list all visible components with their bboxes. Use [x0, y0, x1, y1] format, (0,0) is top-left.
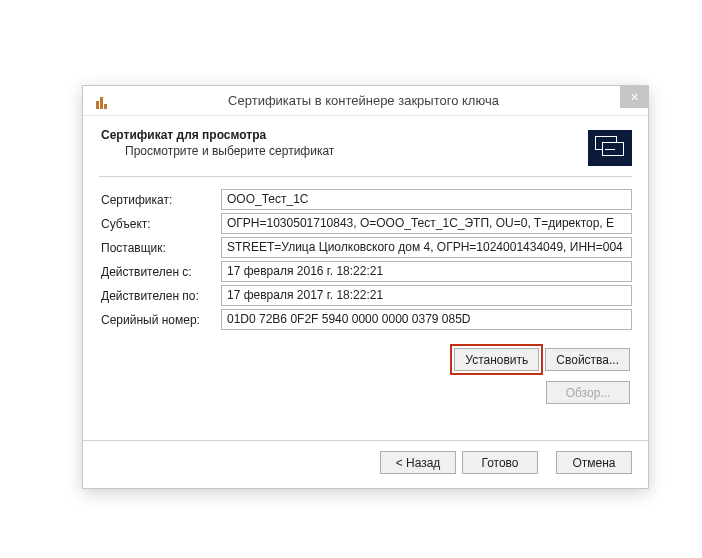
- browse-row: Обзор...: [101, 381, 632, 404]
- row-certificate: Сертификат: ООО_Тест_1С: [101, 189, 632, 210]
- properties-button[interactable]: Свойства...: [545, 348, 630, 371]
- field-subject[interactable]: ОГРН=1030501710843, O=ООО_Тест_1С_ЭТП, O…: [221, 213, 632, 234]
- field-certificate[interactable]: ООО_Тест_1С: [221, 189, 632, 210]
- close-button[interactable]: ✕: [620, 86, 648, 108]
- header-subtitle: Просмотрите и выберите сертификат: [99, 144, 588, 158]
- row-valid-to: Действителен по: 17 февраля 2017 г. 18:2…: [101, 285, 632, 306]
- titlebar: Сертификаты в контейнере закрытого ключа…: [83, 86, 648, 116]
- app-icon: [91, 93, 107, 109]
- field-valid-to[interactable]: 17 февраля 2017 г. 18:22:21: [221, 285, 632, 306]
- action-row: Установить Свойства...: [101, 348, 632, 371]
- field-supplier[interactable]: STREET=Улица Циолковского дом 4, ОГРН=10…: [221, 237, 632, 258]
- label-certificate: Сертификат:: [101, 193, 221, 207]
- footer: < Назад Готово Отмена: [83, 441, 648, 488]
- row-supplier: Поставщик: STREET=Улица Циолковского дом…: [101, 237, 632, 258]
- browse-button: Обзор...: [546, 381, 630, 404]
- field-valid-from[interactable]: 17 февраля 2016 г. 18:22:21: [221, 261, 632, 282]
- back-button[interactable]: < Назад: [380, 451, 456, 474]
- certificate-icon: [588, 130, 632, 166]
- label-valid-to: Действителен по:: [101, 289, 221, 303]
- window-title: Сертификаты в контейнере закрытого ключа: [107, 93, 648, 108]
- certificate-form: Сертификат: ООО_Тест_1С Субъект: ОГРН=10…: [99, 189, 632, 404]
- row-valid-from: Действителен с: 17 февраля 2016 г. 18:22…: [101, 261, 632, 282]
- header-texts: Сертификат для просмотра Просмотрите и в…: [99, 128, 588, 158]
- label-serial: Серийный номер:: [101, 313, 221, 327]
- install-button[interactable]: Установить: [454, 348, 539, 371]
- row-serial: Серийный номер: 01D0 72B6 0F2F 5940 0000…: [101, 309, 632, 330]
- done-button[interactable]: Готово: [462, 451, 538, 474]
- cancel-button[interactable]: Отмена: [556, 451, 632, 474]
- row-subject: Субъект: ОГРН=1030501710843, O=ООО_Тест_…: [101, 213, 632, 234]
- certificate-dialog: Сертификаты в контейнере закрытого ключа…: [82, 85, 649, 489]
- header-title: Сертификат для просмотра: [99, 128, 588, 142]
- label-valid-from: Действителен с:: [101, 265, 221, 279]
- header-block: Сертификат для просмотра Просмотрите и в…: [99, 126, 632, 177]
- dialog-content: Сертификат для просмотра Просмотрите и в…: [83, 116, 648, 418]
- field-serial[interactable]: 01D0 72B6 0F2F 5940 0000 0000 0379 085D: [221, 309, 632, 330]
- label-supplier: Поставщик:: [101, 241, 221, 255]
- label-subject: Субъект:: [101, 217, 221, 231]
